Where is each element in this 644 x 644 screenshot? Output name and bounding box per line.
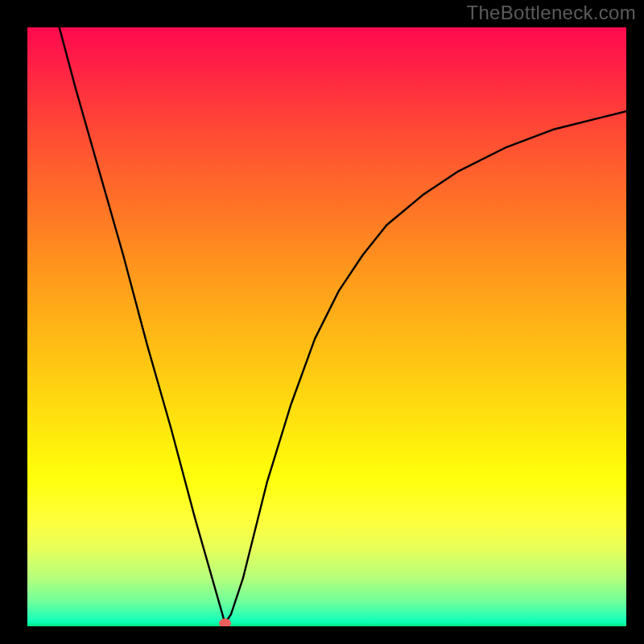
optimum-marker: [220, 619, 231, 626]
chart-svg: [27, 27, 626, 626]
bottleneck-curve: [27, 27, 626, 623]
chart-frame: TheBottleneck.com: [0, 0, 644, 644]
plot-area: [27, 27, 626, 626]
watermark-text: TheBottleneck.com: [466, 2, 636, 24]
